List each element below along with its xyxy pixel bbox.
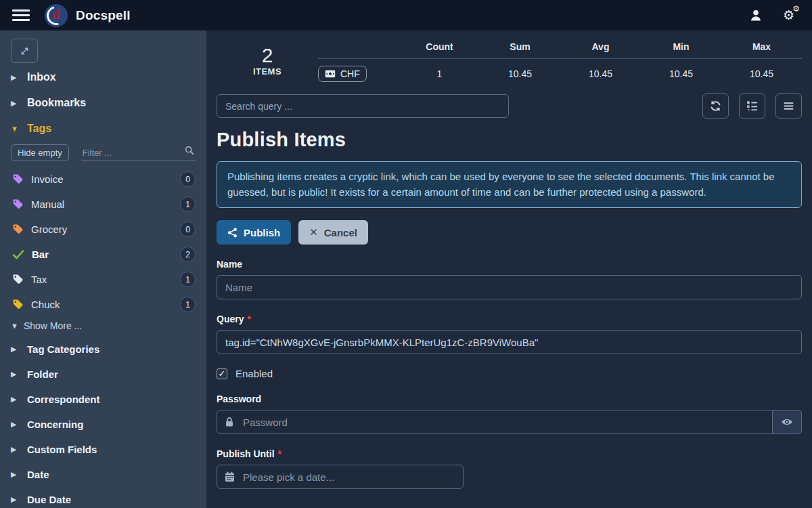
chevron-right-icon: ▶ <box>11 470 18 479</box>
check-icon <box>12 249 24 261</box>
tag-icon <box>12 198 24 210</box>
show-more-link[interactable]: ▼ Show More ... <box>0 317 206 337</box>
search-query-input[interactable] <box>217 94 509 118</box>
chevron-right-icon: ▶ <box>11 345 18 354</box>
sidebar-item-concerning[interactable]: ▶ Concerning <box>0 412 206 437</box>
settings-gears-icon[interactable]: ⚙⚙ <box>783 9 794 22</box>
tag-count-badge: 0 <box>180 221 196 237</box>
password-field[interactable] <box>217 410 802 434</box>
menu-icon[interactable] <box>12 9 30 21</box>
val-max: 10.45 <box>721 68 802 79</box>
sidebar-item-custom-fields[interactable]: ▶ Custom Fields <box>0 437 206 462</box>
val-sum: 10.45 <box>480 68 560 79</box>
money-bill-icon <box>325 70 336 78</box>
toggle-password-visibility-button[interactable] <box>772 410 802 434</box>
tag-count-badge: 1 <box>180 196 196 212</box>
chevron-right-icon: ▶ <box>11 99 18 108</box>
user-icon[interactable] <box>749 9 763 22</box>
name-field[interactable] <box>217 275 802 299</box>
col-count: Count <box>399 41 480 52</box>
tag-count-badge: 2 <box>180 247 196 262</box>
tag-item-tax[interactable]: Tax 1 <box>0 267 206 292</box>
tag-filter-input[interactable] <box>81 145 196 161</box>
col-avg: Avg <box>560 41 641 52</box>
col-min: Min <box>641 41 721 52</box>
expand-icon <box>20 46 30 56</box>
chevron-right-icon: ▶ <box>11 370 18 379</box>
collapse-sidebar-button[interactable] <box>11 39 38 63</box>
sidebar-item-due-date[interactable]: ▶ Due Date <box>0 487 206 508</box>
app-title: Docspell <box>76 8 131 23</box>
tag-icon <box>12 274 24 285</box>
bars-icon <box>783 100 794 112</box>
sidebar-item-tag-categories[interactable]: ▶ Tag Categories <box>0 337 206 362</box>
calendar-icon <box>225 471 235 482</box>
tag-item-grocery[interactable]: Grocery 0 <box>0 217 206 242</box>
chevron-right-icon: ▶ <box>11 73 18 82</box>
tag-icon <box>12 173 24 185</box>
table-row: CHF 1 10.45 10.45 10.45 10.45 <box>318 59 802 82</box>
lock-icon <box>225 417 234 427</box>
task-list-icon <box>746 100 758 112</box>
sidebar-item-date[interactable]: ▶ Date <box>0 462 206 487</box>
sidebar-item-folder[interactable]: ▶ Folder <box>0 362 206 387</box>
col-max: Max <box>721 41 802 52</box>
chevron-down-icon: ▼ <box>11 322 18 330</box>
tag-count-badge: 1 <box>180 272 196 287</box>
required-marker: * <box>278 448 281 459</box>
items-count-label: ITEMS <box>217 66 318 77</box>
publish-until-date-field[interactable] <box>217 465 464 489</box>
cancel-button[interactable]: ✕ Cancel <box>298 220 368 245</box>
checkbox-checked-icon[interactable] <box>217 368 227 379</box>
publish-button[interactable]: Publish <box>217 220 291 245</box>
chevron-right-icon: ▶ <box>11 395 18 404</box>
share-icon <box>227 228 238 238</box>
tag-icon <box>12 299 24 310</box>
val-count: 1 <box>399 68 480 79</box>
chevron-down-icon: ▼ <box>11 125 18 133</box>
tag-item-bar[interactable]: Bar 2 <box>0 242 206 267</box>
sidebar-item-tags[interactable]: ▼ Tags <box>0 116 206 142</box>
refresh-button[interactable] <box>702 93 729 119</box>
sidebar-item-bookmarks[interactable]: ▶ Bookmarks <box>0 90 206 116</box>
password-label: Password <box>217 394 261 404</box>
chevron-right-icon: ▶ <box>11 495 18 504</box>
sidebar-item-inbox[interactable]: ▶ Inbox <box>0 64 206 90</box>
tag-icon <box>12 224 24 235</box>
chevron-right-icon: ▶ <box>11 420 18 429</box>
sidebar-item-correspondent[interactable]: ▶ Correspondent <box>0 387 206 412</box>
publish-until-label: Publish Until <box>217 448 275 459</box>
hide-empty-button[interactable]: Hide empty <box>11 144 69 161</box>
docspell-logo <box>45 4 68 27</box>
sidebar: ▶ Inbox ▶ Bookmarks ▼ Tags Hide empty <box>0 30 206 508</box>
tag-item-invoice[interactable]: Invoice 0 <box>0 167 206 192</box>
sync-icon <box>710 100 721 112</box>
name-label: Name <box>217 259 242 270</box>
val-min: 10.45 <box>641 68 721 79</box>
search-icon <box>185 146 194 158</box>
eye-icon <box>781 417 793 427</box>
tag-count-badge: 0 <box>180 171 196 187</box>
tag-count-badge: 1 <box>180 297 196 312</box>
tag-item-manual[interactable]: Manual 1 <box>0 192 206 217</box>
page-title: Publish Items <box>217 129 802 151</box>
topbar: Docspell ⚙⚙ <box>0 0 812 30</box>
items-count: 2 <box>217 44 318 66</box>
tag-item-chuck[interactable]: Chuck 1 <box>0 292 206 317</box>
stats-table: Count Sum Avg Min Max CHF 1 10.45 1 <box>318 41 802 82</box>
enabled-checkbox[interactable]: Enabled <box>217 368 802 379</box>
select-mode-button[interactable] <box>739 93 765 119</box>
publish-info-message: Publishing items creates a cryptic link,… <box>217 161 802 208</box>
query-label: Query <box>217 314 244 324</box>
close-icon: ✕ <box>309 226 318 238</box>
chevron-right-icon: ▶ <box>11 445 18 454</box>
menu-list-button[interactable] <box>775 93 802 119</box>
stats-panel: 2 ITEMS Count Sum Avg Min Max CHF <box>217 39 802 82</box>
col-sum: Sum <box>480 41 560 52</box>
currency-badge[interactable]: CHF <box>318 66 367 82</box>
query-field[interactable] <box>217 330 802 354</box>
val-avg: 10.45 <box>560 68 641 79</box>
main-content: 2 ITEMS Count Sum Avg Min Max CHF <box>206 30 812 508</box>
required-marker: * <box>247 314 250 324</box>
